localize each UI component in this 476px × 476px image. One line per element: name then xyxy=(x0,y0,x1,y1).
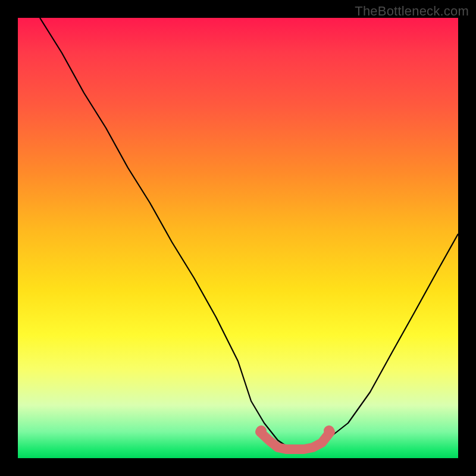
marker-dot-right xyxy=(324,425,334,436)
plot-area xyxy=(18,18,458,458)
marker-dot-left xyxy=(256,425,267,436)
bottleneck-curve xyxy=(40,18,458,452)
optimal-band-marker xyxy=(260,432,330,449)
watermark-text: TheBottleneck.com xyxy=(355,4,469,19)
chart-frame: TheBottleneck.com xyxy=(0,0,476,476)
curve-svg xyxy=(18,18,458,458)
